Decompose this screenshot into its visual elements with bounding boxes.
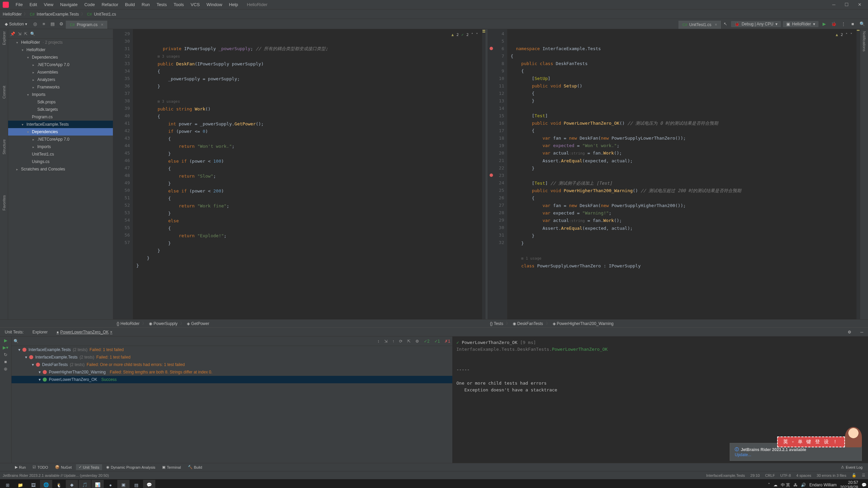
menu-vcs[interactable]: VCS bbox=[187, 2, 203, 7]
run-button[interactable]: ▶ bbox=[821, 20, 828, 28]
tree-node[interactable]: ▾Dependencies bbox=[8, 128, 113, 136]
expand-icon[interactable]: ≡ bbox=[40, 20, 47, 28]
search-icon[interactable]: 🔍 bbox=[14, 339, 19, 344]
collapse-icon[interactable]: ↑ bbox=[392, 339, 394, 344]
explorer-tab[interactable]: Explorer bbox=[2, 31, 6, 45]
debug-tests-button[interactable]: ▶▾ bbox=[3, 345, 8, 350]
more-icon[interactable]: ⋮ bbox=[840, 20, 847, 28]
status-indent[interactable]: 4 spaces bbox=[796, 473, 811, 477]
tree-root[interactable]: ▾HelloRider· 2 projects bbox=[8, 39, 113, 46]
tray-vol[interactable]: 🔊 bbox=[801, 483, 806, 487]
tree-node[interactable]: Sdk.props bbox=[8, 98, 113, 106]
commit-tab[interactable]: Commit bbox=[2, 86, 6, 99]
menu-file[interactable]: File bbox=[12, 2, 26, 7]
editor-tab-unittest[interactable]: C#UnitTest1.cs× bbox=[678, 21, 722, 29]
menu-navigate[interactable]: Navigate bbox=[57, 2, 81, 7]
tray-time[interactable]: 20:57 bbox=[840, 480, 858, 485]
tray-ime[interactable]: 中 英 bbox=[781, 482, 790, 488]
task-explorer[interactable]: 📁 bbox=[14, 480, 26, 488]
maximize-button[interactable]: ☐ bbox=[841, 1, 852, 8]
crumb-ns[interactable]: {} Tests bbox=[490, 321, 503, 326]
tree-node[interactable]: ▾Imports bbox=[8, 91, 113, 98]
tool-run[interactable]: ▶ Run bbox=[12, 464, 28, 470]
menu-edit[interactable]: Edit bbox=[26, 2, 40, 7]
minimize-button[interactable]: ─ bbox=[828, 1, 840, 8]
editor-left[interactable]: ▲2 ✓2 ˄ ˅ private IPowerSupply _powerSup… bbox=[133, 29, 482, 319]
menu-help[interactable]: Help bbox=[225, 2, 241, 7]
menu-refactor[interactable]: Refactor bbox=[98, 2, 122, 7]
tree-node[interactable]: ▸Imports bbox=[8, 143, 113, 150]
tree-node[interactable]: Program.cs bbox=[8, 113, 113, 121]
tree-node[interactable]: ▾Dependencies bbox=[8, 54, 113, 61]
task-edge[interactable]: 🌐 bbox=[40, 480, 52, 488]
collapse-icon[interactable]: ▤ bbox=[49, 20, 56, 28]
tool-dpa[interactable]: ◉ Dynamic Program Analysis bbox=[103, 464, 158, 470]
chevron-down-icon[interactable]: ˅ bbox=[850, 31, 852, 39]
task-ppt[interactable]: 📊 bbox=[92, 480, 104, 488]
tree-node[interactable]: ▸Assemblies bbox=[8, 68, 113, 76]
menu-code[interactable]: Code bbox=[81, 2, 98, 7]
session-tab[interactable]: ● PowerLowerThanZero_OK × bbox=[55, 329, 114, 336]
status-message[interactable]: JetBrains Rider 2023.2.1 available // Up… bbox=[3, 473, 109, 477]
task-wechat[interactable]: 💬 bbox=[143, 480, 155, 488]
tree-node[interactable]: Sdk.targets bbox=[8, 106, 113, 113]
status-encoding[interactable]: UTF-8 bbox=[780, 473, 791, 477]
crumb-method[interactable]: ◈ GetPower bbox=[187, 321, 209, 326]
filter-icon[interactable]: ⊕ bbox=[4, 366, 7, 371]
tree-node[interactable]: ▸Frameworks bbox=[8, 83, 113, 91]
status-lineend[interactable]: CRLF bbox=[765, 473, 775, 477]
tool-build[interactable]: 🔨 Build bbox=[185, 464, 205, 470]
search-icon[interactable]: 🔍 bbox=[30, 32, 35, 36]
crumb-file2[interactable]: UnitTest1.cs bbox=[94, 12, 116, 17]
hide-icon[interactable]: ─ bbox=[859, 329, 865, 336]
expand-icon[interactable]: ⇲ bbox=[384, 339, 388, 344]
test-node[interactable]: ▾PowerHigherThan200_Warning Failed: Stri… bbox=[12, 368, 452, 376]
tool-nuget[interactable]: 📦 NuGet bbox=[52, 464, 75, 470]
explorer-subtab[interactable]: Explorer bbox=[31, 329, 49, 336]
test-node[interactable]: ▾InterfaceExample.Tests (2 tests) Failed… bbox=[12, 353, 452, 361]
test-node[interactable]: ▾InterfaceExample.Tests (2 tests) Failed… bbox=[12, 346, 452, 353]
task-app3[interactable]: ● bbox=[104, 480, 117, 488]
target-icon[interactable]: ◎ bbox=[31, 20, 39, 28]
task-rider[interactable]: ▣ bbox=[117, 480, 130, 488]
tree-node[interactable]: ▾HelloRider bbox=[8, 46, 113, 54]
tray-net[interactable]: 🖧 bbox=[793, 483, 797, 487]
test-node[interactable]: ▾PowerLowerThanZero_OK Success bbox=[12, 376, 452, 383]
iterate-icon[interactable]: ⟳ bbox=[399, 339, 402, 344]
chevron-down-icon[interactable]: ˅ bbox=[476, 31, 478, 39]
editor-tab-program[interactable]: C#Program.cs× bbox=[66, 21, 107, 29]
status-caret[interactable]: 29:10 bbox=[750, 473, 760, 477]
tool-todo[interactable]: ☑ TODO bbox=[30, 464, 51, 470]
run-config[interactable]: 🐞 Debug | Any CPU ▾ bbox=[731, 21, 781, 27]
expand-all-icon[interactable]: ⇱ bbox=[24, 32, 27, 36]
run-project[interactable]: ▣ HelloRider ▾ bbox=[783, 21, 818, 27]
close-icon[interactable]: × bbox=[715, 22, 717, 27]
tool-terminal[interactable]: ▣ Terminal bbox=[159, 464, 184, 470]
structure-tab[interactable]: Structure bbox=[2, 139, 6, 155]
stop-button[interactable]: ■ bbox=[849, 20, 856, 28]
close-icon[interactable]: × bbox=[101, 22, 103, 27]
menu-tools[interactable]: Tools bbox=[170, 2, 187, 7]
notifications-tab[interactable]: Notifications bbox=[862, 31, 866, 52]
menu-view[interactable]: View bbox=[40, 2, 57, 7]
gear-icon[interactable]: ⚙ bbox=[415, 339, 419, 344]
editor-right[interactable]: ▲2 ˄ ˅ namespace InterfaceExample.Tests … bbox=[507, 29, 856, 319]
crumb-class[interactable]: ◉ DeskFanTests bbox=[513, 321, 543, 326]
chevron-up-icon[interactable]: ˄ bbox=[846, 31, 848, 39]
test-node[interactable]: ▾DeskFanTests (2 tests) Failed: One or m… bbox=[12, 361, 452, 368]
tree-node[interactable]: ▸.NETCoreApp 7.0 bbox=[8, 136, 113, 143]
tree-node[interactable]: ▸Analyzers bbox=[8, 76, 113, 83]
stop-tests-button[interactable]: ■ bbox=[4, 359, 7, 364]
export-icon[interactable]: ⇱ bbox=[407, 339, 411, 344]
chevron-up-icon[interactable]: ˄ bbox=[471, 31, 473, 39]
gear-icon[interactable]: ⚙ bbox=[58, 20, 65, 28]
more-icon[interactable]: ☰ bbox=[862, 473, 865, 477]
crumb-file1[interactable]: InterfaceExample.Tests bbox=[37, 12, 79, 17]
task-photos[interactable]: 🖼 bbox=[27, 480, 39, 488]
gear-icon[interactable]: ⚙ bbox=[846, 329, 853, 336]
close-button[interactable]: ✕ bbox=[854, 1, 865, 8]
debug-button[interactable]: 🐞 bbox=[830, 20, 837, 28]
tool-eventlog[interactable]: ⚠ Event Log bbox=[838, 464, 865, 470]
error-stripe-right[interactable] bbox=[856, 29, 860, 319]
start-button[interactable]: ⊞ bbox=[1, 480, 14, 488]
